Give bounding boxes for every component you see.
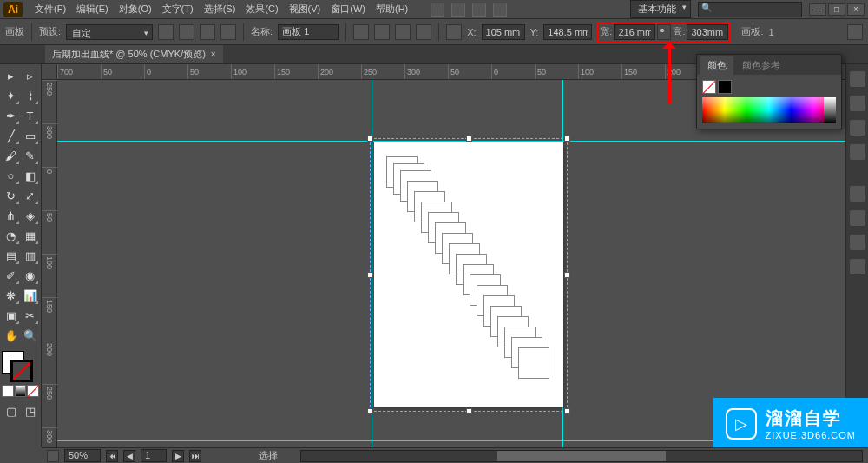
draw-mode-icon[interactable]: ◳ [21,401,39,420]
align-icon-1[interactable] [374,24,390,40]
ruler-vertical[interactable]: 250300050100150200250300 [42,80,57,447]
orientation-landscape-icon[interactable] [179,24,194,40]
graph-tool[interactable]: 📊 [21,286,39,305]
new-artboard-icon[interactable] [200,24,215,40]
window-close-button[interactable]: × [847,3,865,16]
window-minimize-button[interactable]: — [809,3,826,16]
eraser-tool[interactable]: ◧ [21,166,39,185]
panel-icon-8[interactable] [850,259,865,274]
tab-color[interactable]: 颜色 [700,56,733,75]
menu-help[interactable]: 帮助(H) [371,1,413,17]
search-input[interactable] [698,2,802,17]
collapse-panel-icon[interactable] [847,24,863,40]
panel-icon-1[interactable] [850,71,865,87]
gradient-mode-icon[interactable] [15,385,27,397]
preset-dropdown[interactable]: 自定 [66,24,153,40]
artboard-name-input[interactable] [278,24,339,40]
free-transform-tool[interactable]: ◈ [21,206,39,225]
blob-brush-tool[interactable]: ○ [2,166,20,185]
close-tab-icon[interactable]: × [211,50,216,59]
menu-object[interactable]: 对象(O) [114,1,157,17]
next-artboard-button[interactable]: ▶ [172,450,184,462]
shape-builder-tool[interactable]: ◔ [2,226,20,245]
pencil-tool[interactable]: ✎ [21,146,39,165]
width-input[interactable] [614,24,655,40]
layout-icon[interactable] [431,3,444,17]
eyedropper-tool[interactable]: ✐ [2,266,20,285]
slice-tool[interactable]: ✂ [21,306,39,325]
gradient-tool[interactable]: ▥ [21,246,39,265]
screen-mode-icon[interactable]: ▢ [2,401,20,420]
menu-select[interactable]: 选择(S) [199,1,241,17]
line-tool[interactable]: ╱ [2,126,20,145]
orientation-portrait-icon[interactable] [158,24,174,40]
panel-fill-swatch[interactable] [702,80,716,94]
artboard-tool[interactable]: ▣ [2,306,20,325]
document-tab[interactable]: 后期加出血线* @ 50% (CMYK/预览) × [45,45,223,63]
hand-tool[interactable]: ✋ [2,326,20,345]
height-input[interactable] [687,24,728,40]
ruler-origin[interactable] [42,64,57,80]
first-artboard-button[interactable]: ⏮ [106,450,118,462]
panel-icon-4[interactable] [850,144,865,160]
rotate-tool[interactable]: ↻ [2,186,20,205]
type-tool[interactable]: T [21,106,39,125]
blend-tool[interactable]: ◉ [21,266,39,285]
align-icon-3[interactable] [416,24,431,40]
resize-handle-s[interactable] [466,408,472,414]
none-mode-icon[interactable] [27,385,39,397]
reference-point-icon[interactable] [446,24,462,40]
paintbrush-tool[interactable]: 🖌 [2,146,20,165]
rectangle-tool[interactable]: ▭ [21,126,39,145]
zoom-tool[interactable]: 🔍 [21,326,39,345]
guide-vertical[interactable] [372,80,372,447]
scale-tool[interactable]: ⤢ [21,186,39,205]
panel-icon-7[interactable] [850,235,865,250]
mesh-tool[interactable]: ▤ [2,246,20,265]
menu-effect[interactable]: 效果(C) [240,1,283,17]
resize-handle-e[interactable] [564,272,570,278]
panel-icon-6[interactable] [850,210,865,226]
artboard-page-input[interactable]: 1 [141,449,167,462]
stroke-swatch[interactable] [10,360,33,382]
status-icon[interactable] [47,450,59,462]
layout-icon-2[interactable] [451,3,465,17]
pen-tool[interactable]: ✒ [2,106,20,125]
workspace-dropdown[interactable]: 基本功能 [630,0,691,18]
last-artboard-button[interactable]: ⏭ [189,450,201,462]
menu-file[interactable]: 文件(F) [30,1,71,17]
direct-selection-tool[interactable]: ▹ [21,66,39,85]
prev-artboard-button[interactable]: ◀ [123,450,135,462]
magic-wand-tool[interactable]: ✦ [2,86,20,105]
artboard[interactable] [374,142,563,407]
panel-icon-2[interactable] [850,96,865,111]
doc-setup-icon[interactable] [472,3,486,17]
zoom-dropdown[interactable]: 50% [64,449,101,462]
menu-edit[interactable]: 编辑(E) [71,1,114,17]
y-input[interactable] [543,24,592,40]
delete-artboard-icon[interactable] [220,24,236,40]
horizontal-scrollbar[interactable] [300,450,863,462]
color-panel[interactable]: 颜色 颜色参考 [696,54,842,129]
menu-text[interactable]: 文字(T) [157,1,199,17]
color-spectrum[interactable] [702,97,836,123]
selection-tool[interactable]: ▸ [2,66,20,85]
menu-window[interactable]: 窗口(W) [326,1,371,17]
panel-stroke-swatch[interactable] [718,80,732,94]
fill-stroke-swatches[interactable] [2,351,36,382]
align-icon-2[interactable] [395,24,411,40]
perspective-tool[interactable]: ▦ [21,226,39,245]
symbol-sprayer-tool[interactable]: ❋ [2,286,20,305]
resize-handle-se[interactable] [564,408,570,414]
panel-icon-3[interactable] [850,120,865,136]
move-with-artboard-icon[interactable] [353,24,369,40]
color-mode-icon[interactable] [2,385,14,397]
menu-view[interactable]: 视图(V) [284,1,326,17]
lasso-tool[interactable]: ⌇ [21,86,39,105]
width-tool[interactable]: ⋔ [2,206,20,225]
x-input[interactable] [482,24,525,40]
tab-color-guide[interactable]: 颜色参考 [735,56,787,75]
arrange-icon[interactable] [493,3,507,17]
guide-horizontal[interactable] [57,141,845,142]
panel-icon-5[interactable] [850,186,865,202]
